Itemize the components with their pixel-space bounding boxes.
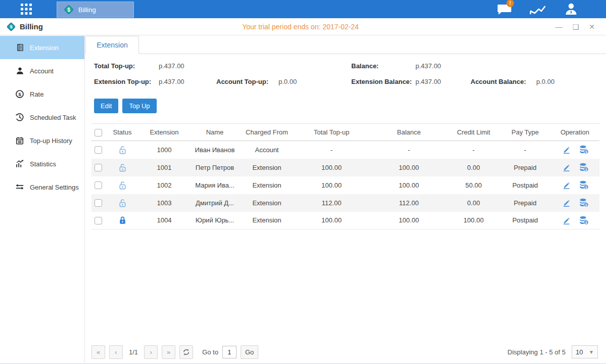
balance-value: p.437.00 (415, 62, 441, 70)
topbar-icons: ! (496, 2, 580, 17)
row-checkbox[interactable] (95, 217, 102, 224)
lock-open-icon (118, 163, 127, 172)
sidebar-item-label: Top-up History (30, 137, 72, 145)
total-topup-cell: 112.00 (293, 194, 370, 212)
account-topup-label: Account Top-up: (216, 78, 268, 85)
taskbar-item-label: Billing (78, 6, 96, 14)
pager-status: Displaying 1 - 5 of 5 10 ▼ (507, 345, 598, 358)
select-all-checkbox[interactable] (95, 129, 102, 136)
apps-grid-icon[interactable] (17, 0, 35, 18)
top-up-row-icon[interactable]: $ (579, 163, 589, 172)
status-lock-cell[interactable] (105, 141, 140, 159)
account-topup-value: p.0.00 (278, 78, 297, 85)
billing-diamond-icon: $ (63, 4, 74, 15)
refresh-button[interactable] (179, 345, 193, 359)
first-page-button[interactable]: « (91, 345, 105, 359)
page-size-select[interactable]: 10 ▼ (572, 345, 598, 358)
top-up-row-icon[interactable]: $ (579, 198, 589, 207)
sidebar: Extension Account $ Rate Scheduled Task (0, 36, 85, 363)
pay-type-cell: Postpaid (500, 212, 550, 230)
top-up-row-icon[interactable]: $ (579, 180, 589, 190)
reports-button[interactable] (529, 2, 546, 17)
edit-row-icon[interactable] (562, 163, 571, 172)
svg-text:$: $ (67, 7, 70, 13)
user-account-button[interactable] (563, 2, 580, 17)
balance-cell: 100.00 (370, 176, 447, 194)
pay-type-cell: Prepaid (500, 194, 550, 212)
window-titlebar: $ Billing Your trial period ends on: 201… (0, 18, 606, 35)
table-header-row: Status Extension Name Charged From Total… (91, 124, 599, 141)
sidebar-item-statistics[interactable]: Statistics (0, 152, 84, 175)
tab-extension[interactable]: Extension (85, 36, 139, 54)
line-chart-icon (530, 3, 546, 16)
balance-cell: - (370, 141, 447, 159)
edit-row-icon[interactable] (562, 198, 571, 207)
edit-row-icon[interactable] (562, 180, 571, 190)
col-credit-limit: Credit Limit (447, 124, 500, 141)
credit-limit-cell: 0.00 (447, 159, 500, 176)
row-checkbox[interactable] (95, 181, 102, 189)
top-up-row-icon[interactable]: $ (579, 216, 589, 225)
name-cell: Петр Петров (189, 159, 241, 176)
charged-from-cell: Extension (241, 194, 293, 212)
billing-summary: Total Top-up: p.437.00 Balance: p.437.00… (85, 54, 606, 99)
page-indicator: 1/1 (129, 348, 138, 356)
status-lock-cell[interactable] (105, 176, 140, 194)
total-topup-cell: - (293, 141, 370, 159)
close-icon[interactable]: ✕ (589, 23, 595, 30)
svg-text:$: $ (585, 150, 587, 154)
sidebar-item-rate[interactable]: $ Rate (0, 82, 84, 106)
last-page-button[interactable]: » (162, 345, 175, 359)
edit-row-icon[interactable] (562, 145, 571, 154)
next-page-button[interactable]: › (144, 345, 158, 359)
billing-diamond-icon: $ (6, 22, 16, 32)
col-balance: Balance (370, 124, 447, 141)
extension-cell: 1000 (140, 141, 189, 159)
top-up-row-icon[interactable]: $ (579, 145, 589, 154)
sidebar-item-scheduled-task[interactable]: Scheduled Task (0, 106, 84, 129)
pay-type-cell: Prepaid (500, 159, 550, 176)
total-topup-cell: 100.00 (293, 176, 370, 194)
row-checkbox[interactable] (95, 146, 102, 154)
credit-limit-cell: 0.00 (447, 194, 500, 212)
sidebar-item-extension[interactable]: Extension (0, 36, 84, 59)
pager-controls: « ‹ 1/1 › » Go to Go (91, 345, 258, 359)
col-charged-from: Charged From (241, 124, 293, 141)
balance-cell: 100.00 (370, 212, 447, 230)
status-lock-cell[interactable] (105, 212, 140, 230)
col-status: Status (105, 124, 140, 141)
prev-page-button[interactable]: ‹ (109, 345, 123, 359)
operation-cell: $ (550, 198, 599, 207)
taskbar-item-billing[interactable]: $ Billing (57, 2, 134, 18)
charged-from-cell: Extension (241, 212, 293, 230)
maximize-icon[interactable]: ❑ (573, 23, 579, 30)
charged-from-cell: Extension (241, 159, 293, 176)
svg-text:$: $ (18, 92, 21, 97)
status-lock-cell[interactable] (105, 159, 140, 176)
sidebar-item-general-settings[interactable]: General Settings (0, 175, 84, 199)
sidebar-item-account[interactable]: Account (0, 59, 84, 82)
chevron-down-icon: ▼ (589, 349, 594, 355)
notification-badge: ! (506, 0, 514, 7)
sidebar-item-topup-history[interactable]: Top-up History (0, 129, 84, 152)
minimize-icon[interactable]: — (555, 23, 563, 30)
top-up-button[interactable]: Top Up (122, 99, 156, 113)
col-operation: Operation (550, 124, 599, 141)
charged-from-cell: Extension (241, 176, 293, 194)
calendar-icon (15, 135, 24, 146)
person-bust-icon (564, 2, 578, 16)
status-lock-cell[interactable] (105, 194, 140, 212)
edit-button[interactable]: Edit (94, 99, 118, 113)
total-topup-cell: 100.00 (293, 159, 370, 176)
charged-from-cell: Account (241, 141, 293, 159)
goto-page-input[interactable] (222, 346, 237, 358)
messages-button[interactable]: ! (496, 2, 513, 17)
svg-text:$: $ (10, 24, 12, 29)
go-button[interactable]: Go (241, 345, 258, 359)
row-checkbox[interactable] (95, 164, 102, 171)
page-size-value: 10 (576, 348, 583, 356)
extension-topup-value: p.437.00 (159, 78, 184, 85)
edit-row-icon[interactable] (562, 216, 571, 225)
row-checkbox[interactable] (95, 199, 102, 207)
extensions-table-wrapper: Status Extension Name Charged From Total… (91, 123, 599, 230)
